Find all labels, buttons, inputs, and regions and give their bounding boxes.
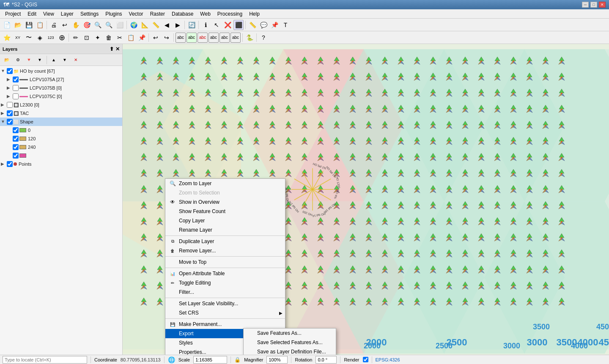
zoom-last-button[interactable]: ◀ <box>162 20 172 30</box>
layer-visibility-tac[interactable] <box>7 110 13 116</box>
save-as-layer-def[interactable]: Save as Layer Definition File... <box>244 347 336 355</box>
render-checkbox[interactable] <box>363 357 368 362</box>
minimize-button[interactable]: ─ <box>582 2 589 8</box>
ctx-set-layer-scale[interactable]: Set Layer Scale Visibility... <box>165 299 285 308</box>
pan-button[interactable]: ✋ <box>71 20 81 30</box>
label-config-button[interactable]: abc <box>230 33 241 43</box>
save-project-button[interactable]: 💾 <box>24 20 34 30</box>
node-button[interactable]: ◈ <box>35 33 45 43</box>
refresh-button[interactable]: 🔄 <box>187 20 197 30</box>
count-button[interactable]: 123 <box>46 33 56 43</box>
ctx-copy-layer[interactable]: Copy Layer <box>165 216 285 225</box>
move-feature-button[interactable]: ✦ <box>93 33 103 43</box>
menu-plugins[interactable]: Plugins <box>102 10 125 18</box>
layer-lcpv1075c[interactable]: ▶ LCPV1075C [0] <box>0 92 122 101</box>
layer-visibility-ho[interactable] <box>7 68 13 74</box>
shape-sublayer-240[interactable]: 240 <box>0 143 122 151</box>
menu-raster[interactable]: Raster <box>147 10 168 18</box>
zoom-selection-button[interactable]: 📏 <box>151 20 161 30</box>
cut-feature-button[interactable]: ✂ <box>115 33 125 43</box>
layer-visibility-shape[interactable] <box>7 119 13 125</box>
deselect-button[interactable]: ❌ <box>222 20 233 30</box>
maximize-button[interactable]: □ <box>590 2 597 8</box>
layer-visibility-lcpv1075a[interactable] <box>13 77 19 82</box>
resize-handle[interactable] <box>121 44 122 355</box>
zoom-layer-button[interactable]: 📐 <box>140 20 150 30</box>
layer-points[interactable]: ▶ Points <box>0 160 122 168</box>
digitize-button[interactable]: ✏ <box>71 33 81 43</box>
curve-button[interactable]: 〜 <box>24 33 34 43</box>
layer-shape[interactable]: ▼ ⬜ Shape <box>0 118 122 126</box>
undo-edit-button[interactable]: ↩ <box>151 33 161 43</box>
magnifier-input[interactable] <box>266 356 288 364</box>
layer-actions-button[interactable]: ▼ <box>35 55 45 65</box>
filter-layer-button[interactable]: 🔻 <box>24 55 34 65</box>
zoom-rubber[interactable]: ⬜ <box>115 20 125 30</box>
help-button[interactable]: ? <box>258 33 269 43</box>
select-location-button[interactable]: ⬛ <box>233 20 244 30</box>
label-button[interactable]: abc <box>176 33 186 43</box>
menu-settings[interactable]: Settings <box>77 10 102 18</box>
move-layer-up[interactable]: ▲ <box>49 55 59 65</box>
sublayer-240-vis[interactable] <box>13 144 19 150</box>
pan-to-selection[interactable]: 🎯 <box>82 20 92 30</box>
menu-layer[interactable]: Layer <box>58 10 77 18</box>
python-button[interactable]: 🐍 <box>244 33 255 43</box>
layer-visibility-lcpv1075c[interactable] <box>13 93 19 99</box>
redo-edit-button[interactable]: ↪ <box>162 33 172 43</box>
layer-tac[interactable]: ▶ 🔲 TAC <box>0 109 122 118</box>
move-layer-down[interactable]: ▼ <box>60 55 70 65</box>
label-move-button[interactable]: abc <box>187 33 197 43</box>
layer-lcpv1075a[interactable]: ▶ LCPV1075A [27] <box>0 75 122 84</box>
shape-sublayer-0[interactable]: 0 <box>0 126 122 134</box>
sublayer-0-vis[interactable] <box>13 127 19 133</box>
sublayer-120-vis[interactable] <box>13 136 19 142</box>
zoom-next-button[interactable]: ▶ <box>173 20 183 30</box>
ctx-zoom-to-layer[interactable]: 🔍 Zoom to Layer <box>165 179 285 188</box>
shape-sublayer-120[interactable]: 120 <box>0 134 122 143</box>
delete-feature-button[interactable]: 🗑 <box>104 33 114 43</box>
save-as-button[interactable]: 📋 <box>35 20 45 30</box>
select-feature-button[interactable]: ↖ <box>211 20 222 30</box>
map-tips-button[interactable]: 💬 <box>258 20 269 30</box>
measure-button[interactable]: 📏 <box>247 20 258 30</box>
ctx-open-attribute-table[interactable]: 📊 Open Attribute Table <box>165 269 285 278</box>
ctx-rename-layer[interactable]: Rename Layer <box>165 225 285 235</box>
ctx-remove-layer[interactable]: 🗑 Remove Layer... <box>165 246 285 255</box>
sublayer-pink-vis[interactable] <box>13 153 19 159</box>
label-pin-button[interactable]: abc <box>198 33 208 43</box>
open-project-button[interactable]: 📂 <box>13 20 23 30</box>
identify-button[interactable]: ℹ <box>200 20 211 30</box>
layer-lcpv1075b[interactable]: ▶ LCPV1075B [0] <box>0 84 122 92</box>
rotation-input[interactable] <box>315 356 337 364</box>
copy-feature-button[interactable]: 📋 <box>126 33 136 43</box>
save-features-as[interactable]: Save Features As... <box>244 328 336 338</box>
layers-float-button[interactable]: ⬆ <box>110 46 114 52</box>
layer-l2300[interactable]: ▶ 🔲 L2300 [0] <box>0 101 122 109</box>
menu-project[interactable]: Project <box>2 10 24 18</box>
layer-visibility-points[interactable] <box>7 161 13 167</box>
menu-help[interactable]: Help <box>246 10 263 18</box>
menu-vector[interactable]: Vector <box>126 10 147 18</box>
ctx-duplicate-layer[interactable]: ⧉ Duplicate Layer <box>165 237 285 246</box>
menu-view[interactable]: View <box>40 10 58 18</box>
remove-layer-button[interactable]: ✕ <box>71 55 81 65</box>
ctx-set-crs[interactable]: Set CRS ▶ <box>165 308 285 317</box>
select-all-button[interactable]: ⊕ <box>57 33 67 43</box>
undo-button[interactable]: ↩ <box>60 20 70 30</box>
ctx-show-in-overview[interactable]: 👁 Show in Overview <box>165 197 285 207</box>
annotation-button[interactable]: 📌 <box>269 20 280 30</box>
ctx-move-to-top[interactable]: Move to Top <box>165 257 285 267</box>
layer-properties-button[interactable]: ⚙ <box>13 55 23 65</box>
close-button[interactable]: ✕ <box>599 2 606 8</box>
layers-close-button[interactable]: ✕ <box>115 46 120 52</box>
ctx-toggle-editing[interactable]: ✏ Toggle Editing <box>165 278 285 287</box>
star-button[interactable]: ⭐ <box>2 33 12 43</box>
ctx-filter[interactable]: Filter... <box>165 287 285 297</box>
zoom-full-button[interactable]: 🌍 <box>129 20 139 30</box>
paste-feature-button[interactable]: 📌 <box>137 33 147 43</box>
layer-visibility-lcpv1075b[interactable] <box>13 85 19 91</box>
menu-edit[interactable]: Edit <box>24 10 40 18</box>
open-layer-button[interactable]: 📂 <box>2 55 12 65</box>
ctx-show-feature-count[interactable]: Show Feature Count <box>165 207 285 216</box>
